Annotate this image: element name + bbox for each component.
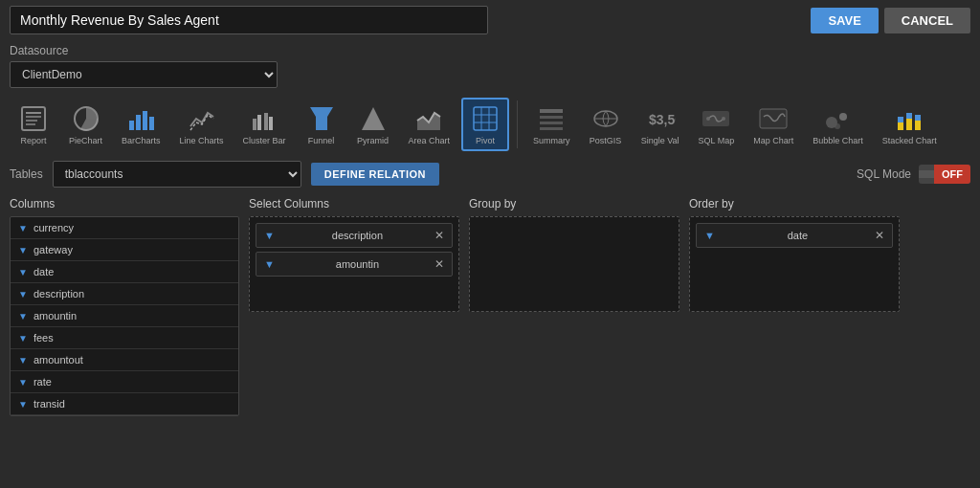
group-by-title: Group by (469, 197, 679, 211)
svg-rect-39 (906, 113, 912, 119)
col-name-transid: transid (33, 398, 65, 410)
save-button[interactable]: SAVE (811, 8, 878, 33)
order-by-dropzone[interactable]: ▼ date ✕ (689, 216, 900, 312)
svg-rect-8 (143, 111, 147, 130)
column-item-amountout[interactable]: ▼ amountout (11, 349, 238, 371)
chart-type-piechart[interactable]: PieChart (61, 98, 110, 151)
chart-type-bubble[interactable]: Bubble Chart (805, 98, 871, 151)
selected-col-amountin-arrow: ▼ (264, 258, 275, 270)
chart-type-stacked[interactable]: Stacked Chart (875, 98, 945, 151)
report-icon (18, 103, 49, 134)
column-item-description[interactable]: ▼ description (11, 283, 238, 305)
col-name-description: description (33, 288, 84, 299)
col-arrow-transid: ▼ (18, 399, 28, 410)
col-name-amountout: amountout (33, 354, 83, 366)
col-arrow-amountin: ▼ (18, 311, 28, 322)
selected-col-description-name: description (332, 230, 383, 241)
remove-date-order-button[interactable]: ✕ (875, 229, 884, 242)
svg-rect-38 (906, 119, 912, 130)
chart-type-pyramid[interactable]: Pyramid (349, 98, 397, 151)
chart-type-pivot[interactable]: Pivot (461, 98, 509, 151)
chart-type-summary[interactable]: Summary (525, 98, 578, 151)
col-arrow-currency: ▼ (18, 223, 28, 233)
group-by-dropzone[interactable] (469, 216, 679, 312)
col-arrow-rate: ▼ (18, 377, 28, 388)
col-arrow-amountout: ▼ (18, 355, 28, 366)
chart-types-row: Report PieChart BarCharts Line Charts (0, 94, 980, 155)
chart-type-funnel-label: Funnel (308, 136, 335, 145)
main-content: Columns ▼ currency ▼ gateway ▼ date ▼ de… (0, 193, 980, 420)
remove-amountin-button[interactable]: ✕ (434, 257, 444, 271)
top-buttons: SAVE CANCEL (811, 8, 970, 33)
selected-col-amountin: ▼ amountin ✕ (256, 252, 453, 277)
svg-rect-0 (22, 107, 45, 130)
col-name-gateway: gateway (33, 244, 73, 255)
svg-rect-6 (129, 121, 134, 130)
areachart-icon (413, 103, 444, 134)
svg-rect-7 (136, 115, 141, 130)
svg-rect-40 (915, 121, 921, 130)
chart-type-funnel[interactable]: Funnel (298, 98, 345, 151)
stacked-icon (894, 103, 924, 134)
chart-type-stacked-label: Stacked Chart (882, 136, 937, 145)
report-title-input[interactable] (10, 6, 488, 34)
col-name-amountin: amountin (33, 310, 77, 322)
svg-rect-41 (915, 115, 921, 121)
selected-col-amountin-name: amountin (336, 258, 379, 270)
select-columns-dropzone[interactable]: ▼ description ✕ ▼ amountin ✕ (249, 216, 459, 312)
select-columns-title: Select Columns (249, 197, 459, 211)
datasource-row: ClientDemo (0, 59, 980, 94)
chart-type-sqlmap[interactable]: SQL Map (690, 98, 742, 151)
chart-type-areachart[interactable]: Area Chart (401, 98, 458, 151)
chart-type-report[interactable]: Report (10, 98, 57, 151)
svg-rect-10 (253, 119, 256, 130)
col-name-rate: rate (33, 376, 52, 388)
svg-rect-22 (540, 109, 563, 113)
sql-mode-toggle[interactable]: OFF (919, 165, 970, 184)
toggle-off: OFF (934, 165, 970, 184)
column-item-date[interactable]: ▼ date (11, 261, 238, 283)
pyramid-icon (358, 103, 389, 134)
svg-rect-24 (540, 122, 563, 124)
piechart-icon (71, 103, 101, 134)
col-arrow-gateway: ▼ (18, 245, 28, 255)
column-item-currency[interactable]: ▼ currency (11, 217, 238, 239)
column-item-amountin[interactable]: ▼ amountin (11, 305, 238, 327)
chart-type-barcharts[interactable]: BarCharts (114, 98, 168, 151)
chart-divider (517, 100, 518, 148)
selected-col-description: ▼ description ✕ (256, 223, 453, 248)
group-by-panel: Group by (469, 197, 679, 416)
chart-type-singleval[interactable]: $3,500 Single Val (634, 98, 687, 151)
svg-rect-25 (540, 127, 563, 130)
column-item-rate[interactable]: ▼ rate (11, 371, 238, 393)
singleval-icon: $3,500 (645, 103, 676, 134)
clusterbar-icon (249, 103, 279, 134)
sql-mode-section: SQL Mode OFF (857, 165, 970, 184)
order-by-title: Order by (689, 197, 900, 211)
chart-type-postgis[interactable]: PostGIS (582, 98, 630, 151)
top-bar: SAVE CANCEL (0, 0, 980, 40)
remove-description-button[interactable]: ✕ (434, 229, 444, 242)
svg-rect-12 (264, 113, 268, 130)
columns-list: ▼ currency ▼ gateway ▼ date ▼ descriptio… (10, 216, 239, 416)
column-item-gateway[interactable]: ▼ gateway (11, 239, 238, 261)
chart-type-linecharts-label: Line Charts (180, 136, 224, 145)
chart-type-mapchart[interactable]: Map Chart (746, 98, 801, 151)
col-arrow-date: ▼ (18, 267, 28, 277)
column-item-transid[interactable]: ▼ transid (11, 393, 238, 415)
table-select[interactable]: tblaccounts (53, 161, 301, 188)
define-relation-button[interactable]: DEFINE RELATION (311, 163, 439, 186)
select-columns-panel: Select Columns ▼ description ✕ ▼ amounti… (249, 197, 459, 416)
cancel-button[interactable]: CANCEL (884, 8, 970, 33)
chart-type-clusterbar[interactable]: Cluster Bar (235, 98, 294, 151)
chart-type-pyramid-label: Pyramid (357, 136, 389, 145)
column-item-fees[interactable]: ▼ fees (11, 327, 238, 349)
order-by-panel: Order by ▼ date ✕ (689, 197, 900, 416)
columns-panel: Columns ▼ currency ▼ gateway ▼ date ▼ de… (10, 197, 239, 416)
order-by-date-name: date (788, 230, 808, 241)
datasource-select[interactable]: ClientDemo (10, 61, 278, 88)
mapchart-icon (758, 103, 789, 134)
chart-type-linecharts[interactable]: Line Charts (172, 98, 232, 151)
order-by-date: ▼ date ✕ (696, 223, 893, 248)
chart-type-bubble-label: Bubble Chart (813, 136, 863, 145)
